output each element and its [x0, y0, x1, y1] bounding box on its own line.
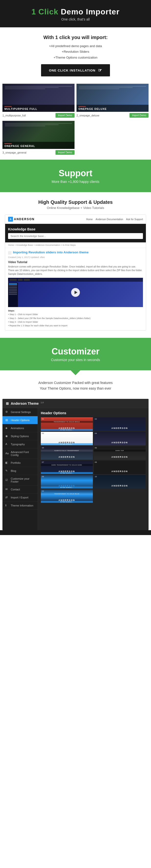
- support-section: Support More than +1,800 happy clients: [0, 160, 151, 192]
- advanced-font-label: Advanced Font Config: [11, 451, 35, 457]
- multipurpose-label: MULTIPURPOSE FULL: [2, 105, 74, 112]
- label-06: DARK TOP: [94, 450, 146, 452]
- header-thumb-08: 08 ANDERSON: [94, 461, 146, 474]
- theme-title-text: Anderson Theme: [11, 402, 39, 405]
- header-option-10[interactable]: 10 ANDERSON: [94, 475, 146, 489]
- kb-article: Importing Revolution sliders into Anders…: [5, 248, 146, 330]
- animations-icon: ◈: [5, 427, 9, 430]
- kb-nav-docs[interactable]: Anderson Documentation: [95, 218, 123, 221]
- anderson-02: ANDERSON: [94, 427, 146, 429]
- hq-subtext: Online Knowledgebase + Video Tutorials: [5, 206, 146, 210]
- sidebar-item-portfolio[interactable]: ◧ Portfolio: [2, 459, 38, 467]
- kb-logo-text: ANDERSON: [14, 217, 35, 221]
- sidebar-item-general-settings[interactable]: ⚙ General Settings: [2, 408, 38, 416]
- sidebar-item-advanced-font[interactable]: Aa Advanced Font Config: [2, 448, 38, 459]
- kb-header: Knowledge Base: [5, 224, 146, 242]
- video-section-title: Video Tutorial: [8, 260, 143, 264]
- header-option-06[interactable]: 06 DARK TOP ANDERSON: [94, 446, 146, 460]
- step-2: • Step 2 - Select your ZIP file from the…: [8, 317, 90, 319]
- header-thumb-10: 10 ANDERSON: [94, 475, 146, 489]
- import-button-onepage-general[interactable]: Import Demo: [56, 150, 74, 155]
- import-button-onepage-deluxe[interactable]: Import Demo: [129, 113, 149, 118]
- install-button[interactable]: ONE CLICK INSTALLATION ☞: [41, 64, 110, 76]
- customizer-heading: Customizer: [5, 346, 146, 356]
- header-thumb-01: 01 TRANSPARENT TO SOLID WHILE ANDERSON A…: [41, 417, 93, 431]
- demo-thumb-onepage-deluxe: ONEPAGE DELUXE: [77, 84, 149, 112]
- label-01: TRANSPARENT TO SOLID WHILE: [41, 421, 93, 423]
- header-option-02[interactable]: 02 ANDERSON: [94, 417, 146, 431]
- header-option-07[interactable]: 07 DARK TRANSPARENT TO SOLID DARK ANDERS…: [41, 461, 93, 474]
- kb-logo: A ANDERSON: [8, 217, 35, 222]
- sidebar-item-theme-information[interactable]: ℹ Theme Information: [2, 502, 38, 510]
- header-option-01[interactable]: 01 TRANSPARENT TO SOLID WHILE ANDERSON A…: [41, 417, 93, 431]
- header-thumb-06: 06 DARK TOP ANDERSON: [94, 446, 146, 460]
- theme-options-body: ⚙ General Settings ▤ Header Options ◈ An…: [2, 408, 149, 530]
- header-thumb-03: 03 ALWAYS WHITE ANDERSON AFTER SCROLL ↓: [41, 432, 93, 445]
- customize-footer-label: Customize your Footer: [11, 477, 35, 483]
- sidebar-item-contact[interactable]: ✉ Contact: [2, 486, 38, 494]
- import-info-section: With 1 click you will import: +All prede…: [0, 27, 151, 81]
- advanced-font-icon: Aa: [5, 452, 9, 455]
- video-ui-overlay: [8, 278, 143, 282]
- demo-name-onepage-deluxe: 2_onepage_deluxe: [77, 114, 99, 117]
- video-sidebar-item-6: [9, 293, 17, 295]
- theme-options-header: ⊞ Anderson Theme 1.0: [2, 399, 149, 408]
- demo-item-onepage-general: ONEPAGE GENERAL 3_onepage_general Import…: [2, 121, 74, 156]
- styling-options-icon: ◉: [5, 434, 9, 438]
- header-options-grid: 01 TRANSPARENT TO SOLID WHILE ANDERSON A…: [41, 417, 146, 503]
- header-num-01: 01: [42, 418, 44, 420]
- blog-label: Blog: [11, 469, 16, 472]
- header-thumb-09: 09 ANDERSON AFTER SCROLL ↓: [41, 475, 93, 489]
- demo-name-multipurpose: 1_multipurpose_full: [2, 114, 26, 117]
- label-05: ALWAYS FULLY TRANSPARENT: [41, 450, 93, 452]
- kb-nav-home[interactable]: Home: [86, 218, 93, 221]
- theme-main-content: Header Options 01 TRANSPARENT TO SOLID W…: [38, 408, 149, 530]
- video-sidebar-item-4: [9, 290, 17, 291]
- arrow-down-icon: [71, 370, 80, 375]
- kb-nav-support[interactable]: Ask for Support: [126, 218, 143, 221]
- video-ui-bar3: [24, 279, 30, 281]
- sidebar-item-header-options[interactable]: ▤ Header Options: [2, 416, 38, 424]
- sidebar-item-customize-footer[interactable]: ☑ Customize your Footer: [2, 475, 38, 486]
- kb-logo-icon: A: [8, 217, 13, 222]
- header-option-04[interactable]: 04 ANDERSON: [94, 432, 146, 445]
- kb-steps: Steps: • Step 1 - Click to import Slider…: [8, 309, 143, 328]
- theme-options-container: ⊞ Anderson Theme 1.0 ⚙ General Settings …: [2, 399, 149, 530]
- header-option-05[interactable]: 05 ALWAYS FULLY TRANSPARENT ANDERSON: [41, 446, 93, 460]
- video-sidebar-item-active: [9, 283, 17, 285]
- kb-search-input[interactable]: [8, 233, 143, 239]
- import-button-multipurpose[interactable]: Import Demo: [56, 113, 74, 118]
- contact-icon: ✉: [5, 488, 9, 491]
- sidebar-item-import-export[interactable]: ⇄ Import / Export: [2, 494, 38, 502]
- header-option-08[interactable]: 08 ANDERSON: [94, 461, 146, 474]
- import-line2: +Revolution Sliders: [5, 49, 146, 55]
- knowledge-base-container: A ANDERSON Home Anderson Documentation A…: [5, 215, 146, 330]
- header-option-03[interactable]: 03 ALWAYS WHITE ANDERSON AFTER SCROLL ↓: [41, 432, 93, 445]
- sidebar-item-typography[interactable]: A Typography: [2, 440, 38, 448]
- demo-grid: MULTIPURPOSE FULL 1_multipurpose_full Im…: [0, 81, 151, 157]
- header-option-11[interactable]: 11 TRANSPARENT TO SOLID BLUE ANDERSON AF…: [41, 489, 93, 503]
- header-num-03: 03: [42, 432, 44, 434]
- red-bar-01: [41, 417, 93, 418]
- onepage-deluxe-label: ONEPAGE DELUXE: [77, 105, 149, 112]
- steps-title: Steps:: [8, 310, 15, 312]
- label-07: DARK TRANSPARENT TO SOLID DARK: [41, 464, 93, 466]
- sidebar-item-animations[interactable]: ◈ Animations: [2, 424, 38, 432]
- video-sidebar-item-2: [9, 287, 17, 288]
- sidebar-item-styling-options[interactable]: ◉ Styling Options: [2, 432, 38, 440]
- label-03: ALWAYS WHITE: [41, 435, 93, 437]
- customizer-subtext: Customize your sites in seconds: [5, 358, 146, 362]
- anderson-04: ANDERSON: [94, 441, 146, 444]
- customize-footer-icon: ☑: [5, 478, 9, 482]
- import-export-icon: ⇄: [5, 496, 9, 499]
- customizer-section: Customizer Customize your sites in secon…: [0, 338, 151, 370]
- header-option-09[interactable]: 09 ANDERSON AFTER SCROLL ↓: [41, 475, 93, 489]
- sidebar-item-blog[interactable]: ✎ Blog: [2, 467, 38, 475]
- video-play-button[interactable]: [71, 288, 80, 297]
- theme-options-title: Anderson Theme 1.0: [11, 401, 44, 405]
- video-sidebar-item-5: [9, 292, 17, 293]
- styling-options-label: Styling Options: [11, 435, 29, 438]
- step-1: • Step 1 - Click to import Slider: [8, 313, 38, 316]
- video-thumbnail[interactable]: [8, 278, 143, 307]
- blog-icon: ✎: [5, 469, 9, 472]
